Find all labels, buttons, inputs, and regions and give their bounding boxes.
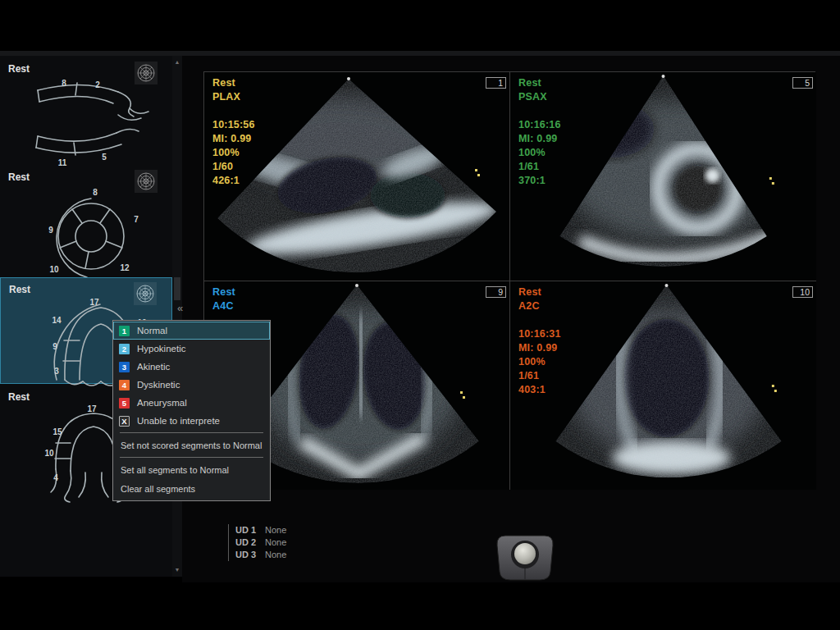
svg-text:4: 4 <box>53 473 58 482</box>
gain-value: 100% <box>518 355 561 369</box>
menu-separator <box>120 457 263 458</box>
clip-number-badge: 1 <box>486 77 506 89</box>
svg-text:2: 2 <box>95 80 100 89</box>
svg-text:7: 7 <box>134 215 139 224</box>
menu-action-set-all-normal[interactable]: Set all segments to Normal <box>113 460 270 479</box>
mi-value: MI: 0.99 <box>518 341 561 355</box>
ud-value: None <box>265 549 286 561</box>
ud-row: UD 2 None <box>235 536 286 549</box>
scroll-down-icon[interactable]: ▼ <box>172 565 182 575</box>
view-label: PSAX <box>518 90 561 104</box>
clip-number-badge: 5 <box>792 77 813 89</box>
svg-text:3: 3 <box>54 367 59 376</box>
ud-label: UD 1 <box>235 524 265 536</box>
acquisition-time: 10:16:16 <box>518 118 561 132</box>
stage-label: Rest <box>518 76 561 90</box>
svg-text:10: 10 <box>49 265 59 274</box>
ratio-value: 370:1 <box>518 174 561 188</box>
psax-segment-diagram[interactable]: 8 7 9 10 12 <box>21 185 161 285</box>
svg-text:17: 17 <box>89 298 99 307</box>
gain-value: 100% <box>518 146 561 160</box>
stage-label: Rest <box>518 285 561 299</box>
acquisition-time: 10:16:31 <box>518 327 561 341</box>
image-overlay-a2c: Rest A2C 10:16:31 MI: 0.99 100% 1/61 403… <box>518 285 561 397</box>
frame-counter: 1/60 <box>212 160 255 174</box>
clip-number-badge: 10 <box>792 286 813 298</box>
scroll-up-icon[interactable]: ▲ <box>172 57 182 67</box>
mi-value: MI: 0.99 <box>518 132 561 146</box>
stage-label: Rest <box>8 391 30 403</box>
menu-item-akinetic[interactable]: 3 Akinetic <box>113 358 270 376</box>
menu-action-set-not-scored[interactable]: Set not scored segments to Normal <box>113 436 270 454</box>
menu-item-label: Aneurysmal <box>137 398 187 408</box>
viewport-plax[interactable]: Rest PLAX 10:15:56 MI: 0.99 100% 1/60 42… <box>204 72 509 281</box>
sidebar-collapse-icon[interactable]: « <box>177 302 183 314</box>
image-overlay-plax: Rest PLAX 10:15:56 MI: 0.99 100% 1/60 42… <box>212 76 255 188</box>
menu-action-clear-all[interactable]: Clear all segments <box>113 479 270 498</box>
user-defined-block: UD 1 None UD 2 None UD 3 None <box>228 524 286 561</box>
sidebar-panel-plax[interactable]: Rest 8 2 11 5 <box>0 57 172 166</box>
echo-workstation: Rest 8 2 11 5 <box>0 0 840 630</box>
menu-item-unable-to-interprete[interactable]: X Unable to interprete <box>113 412 270 430</box>
clip-number-badge: 9 <box>486 286 506 298</box>
viewport-grid: Rest PLAX 10:15:56 MI: 0.99 100% 1/60 42… <box>203 71 815 489</box>
viewport-a2c[interactable]: Rest A2C 10:16:31 MI: 0.99 100% 1/61 403… <box>510 281 816 490</box>
svg-text:8: 8 <box>93 188 98 197</box>
svg-text:14: 14 <box>52 316 62 325</box>
sidebar-panel-psax[interactable]: Rest 8 7 9 10 12 <box>0 166 172 276</box>
stage-label: Rest <box>9 284 30 295</box>
svg-text:9: 9 <box>52 342 57 351</box>
wall-motion-score-menu: 1 Normal 2 Hypokinetic 3 Akinetic 4 Dysk… <box>112 320 271 501</box>
svg-text:10: 10 <box>44 449 54 458</box>
menu-item-label: Hypokinetic <box>137 344 185 354</box>
menu-item-label: Dyskinetic <box>137 380 180 390</box>
ud-value: None <box>265 524 286 536</box>
menu-item-label: Unable to interprete <box>137 416 220 426</box>
scrollbar-thumb[interactable] <box>174 277 180 300</box>
score-x-icon: X <box>119 416 130 427</box>
menu-item-aneurysmal[interactable]: 5 Aneurysmal <box>113 394 270 412</box>
score-3-icon: 3 <box>119 362 130 372</box>
menu-item-normal[interactable]: 1 Normal <box>113 322 270 340</box>
menu-item-hypokinetic[interactable]: 2 Hypokinetic <box>113 340 270 358</box>
svg-text:5: 5 <box>102 153 107 162</box>
menu-separator <box>120 432 263 433</box>
view-label: A4C <box>212 299 235 313</box>
acquisition-time: 10:15:56 <box>212 118 255 132</box>
stage-label: Rest <box>212 76 255 90</box>
ud-row: UD 3 None <box>235 549 286 561</box>
mi-value: MI: 0.99 <box>212 132 255 146</box>
ratio-value: 426:1 <box>212 174 255 188</box>
score-5-icon: 5 <box>119 398 130 409</box>
svg-text:12: 12 <box>120 263 130 272</box>
ud-row: UD 1 None <box>235 524 286 536</box>
gain-value: 100% <box>212 146 255 160</box>
plax-segment-diagram[interactable]: 8 2 11 5 <box>21 77 161 167</box>
stage-label: Rest <box>212 285 235 299</box>
stage-label: Rest <box>8 171 30 183</box>
ratio-value: 403:1 <box>518 383 561 397</box>
score-2-icon: 2 <box>119 344 130 354</box>
image-overlay-psax: Rest PSAX 10:16:16 MI: 0.99 100% 1/61 37… <box>518 76 561 188</box>
stage-label: Rest <box>8 63 30 75</box>
view-label: PLAX <box>212 90 255 104</box>
view-label: A2C <box>518 299 561 313</box>
score-4-icon: 4 <box>119 380 130 390</box>
menu-item-label: Akinetic <box>137 362 170 372</box>
viewport-psax[interactable]: Rest PSAX 10:16:16 MI: 0.99 100% 1/61 37… <box>510 72 816 281</box>
menu-item-dyskinetic[interactable]: 4 Dyskinetic <box>113 376 270 394</box>
image-overlay-a4c: Rest A4C <box>212 285 235 313</box>
ud-value: None <box>265 536 286 549</box>
svg-text:17: 17 <box>87 405 97 413</box>
ud-label: UD 3 <box>235 549 265 561</box>
svg-text:8: 8 <box>62 79 66 88</box>
ud-label: UD 2 <box>235 536 265 549</box>
score-1-icon: 1 <box>119 326 130 336</box>
frame-counter: 1/61 <box>518 160 561 174</box>
trackball-icon <box>494 533 556 586</box>
menu-item-label: Normal <box>137 326 167 336</box>
svg-text:15: 15 <box>52 427 62 436</box>
svg-text:9: 9 <box>48 226 53 235</box>
frame-counter: 1/61 <box>518 369 561 383</box>
